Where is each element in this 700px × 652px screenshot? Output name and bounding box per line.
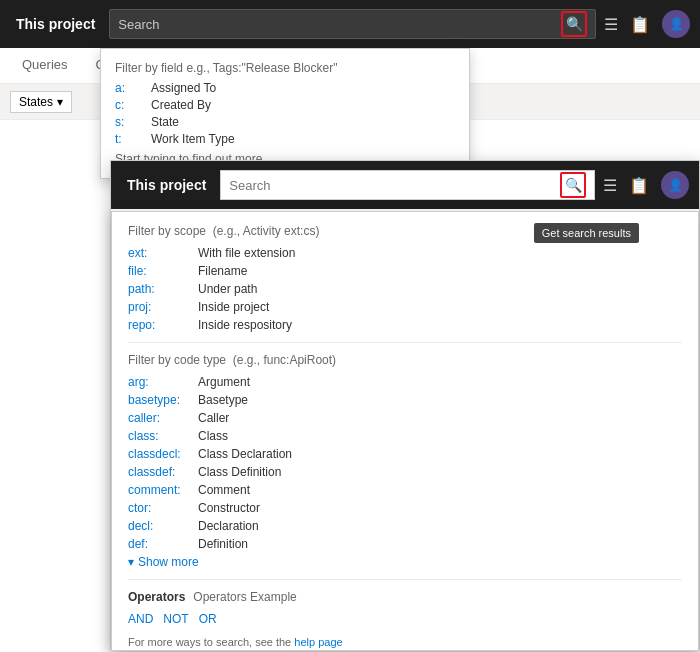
scope-desc-repo: Inside respository <box>211 318 292 332</box>
second-clipboard-icon[interactable]: 📋 <box>629 176 649 195</box>
operators-example: Operators Example <box>211 590 297 604</box>
states-label: States <box>19 95 53 109</box>
code-desc-decl: Declaration <box>211 519 259 533</box>
filter-row-a: a: Assigned To <box>115 81 455 95</box>
scope-desc-file: Filename <box>211 264 247 278</box>
file-area: Upload file(s) ⬇ ↗ README 📄 .png Initial… <box>211 236 699 628</box>
scope-desc-path: Under path <box>211 282 257 296</box>
code-row-caller: caller: Caller <box>211 411 682 425</box>
scope-desc-ext: With file extension <box>211 246 295 260</box>
filter-desc-t: Work Item Type <box>151 132 235 146</box>
filter-row-s: s: State <box>115 115 455 129</box>
second-search-box[interactable]: 🔍 <box>220 170 595 200</box>
operators-row: Operators Operators Example <box>211 590 682 604</box>
tab-queries[interactable]: Queries <box>10 51 80 80</box>
filter-desc-s: State <box>151 115 179 129</box>
code-row-arg: arg: Argument <box>211 375 682 389</box>
code-desc-arg: Argument <box>211 375 250 389</box>
avatar[interactable]: 👤 <box>662 10 690 38</box>
scope-row-file: file: Filename <box>211 264 682 278</box>
top-search-button[interactable]: 🔍 <box>561 11 587 37</box>
code-row-basetype: basetype: Basetype <box>211 393 682 407</box>
code-row-class: class: Class <box>211 429 682 443</box>
top-search-input[interactable] <box>118 17 555 32</box>
code-desc-comment: Comment <box>211 483 250 497</box>
second-nav-icons: ☰ 📋 👤 <box>603 171 689 199</box>
code-desc-def: Definition <box>211 537 248 551</box>
second-list-icon[interactable]: ☰ <box>603 176 617 195</box>
code-row-comment: comment: Comment <box>211 483 682 497</box>
nav-icons: ☰ 📋 👤 <box>604 10 690 38</box>
filter-key-a: a: <box>115 81 139 95</box>
scope-row-repo: repo: Inside respository <box>211 318 682 332</box>
scope-row-path: path: Under path <box>211 282 682 296</box>
filter-key-c: c: <box>115 98 139 112</box>
filter-key-s: s: <box>115 115 139 129</box>
top-search-box[interactable]: 🔍 <box>109 9 596 39</box>
code-row-classdef: classdef: Class Definition <box>211 465 682 479</box>
clipboard-icon[interactable]: 📋 <box>630 15 650 34</box>
search-tooltip: Get search results <box>534 223 639 243</box>
code-row-ctor: ctor: Constructor <box>211 501 682 515</box>
code-desc-ctor: Constructor <box>211 501 260 515</box>
second-search-input[interactable] <box>229 178 554 193</box>
states-dropdown[interactable]: States ▾ <box>10 91 72 113</box>
code-title: Filter by code type (e.g., func:ApiRoot) <box>211 353 682 367</box>
code-row-def: def: Definition <box>211 537 682 551</box>
filter-desc-c: Created By <box>151 98 211 112</box>
operator-or[interactable]: OR <box>211 612 217 626</box>
code-desc-caller: Caller <box>211 411 229 425</box>
filter-row-t: t: Work Item Type <box>115 132 455 146</box>
list-icon[interactable]: ☰ <box>604 15 618 34</box>
second-search-button[interactable]: 🔍 <box>560 172 586 198</box>
chevron-down-icon: ▾ <box>57 95 63 109</box>
top-nav: This project 🔍 ☰ 📋 👤 <box>0 0 700 48</box>
code-desc-class: Class <box>211 429 228 443</box>
filter-desc-a: Assigned To <box>151 81 216 95</box>
second-content: Upload file(s) ⬇ ↗ README 📄 .png Initial… <box>111 236 699 628</box>
scope-desc-proj: Inside project <box>211 300 269 314</box>
code-desc-classdef: Class Definition <box>211 465 281 479</box>
nav-brand: This project <box>10 16 101 32</box>
code-row-classdecl: classdecl: Class Declaration <box>211 447 682 461</box>
second-window: This project 🔍 ☰ 📋 👤 Get search results … <box>110 160 700 650</box>
second-filter-dropdown: Filter by scope (e.g., Activity ext:cs) … <box>211 236 699 628</box>
code-desc-classdecl: Class Declaration <box>211 447 292 461</box>
filter-key-t: t: <box>115 132 139 146</box>
second-nav-brand: This project <box>121 177 212 193</box>
second-nav: This project 🔍 ☰ 📋 👤 <box>111 161 699 209</box>
filter-row-c: c: Created By <box>115 98 455 112</box>
filter-title: Filter by field e.g., Tags:"Release Bloc… <box>115 61 455 75</box>
scope-row-proj: proj: Inside project <box>211 300 682 314</box>
code-desc-basetype: Basetype <box>211 393 248 407</box>
code-row-decl: decl: Declaration <box>211 519 682 533</box>
second-avatar[interactable]: 👤 <box>661 171 689 199</box>
scope-row-ext: ext: With file extension <box>211 246 682 260</box>
